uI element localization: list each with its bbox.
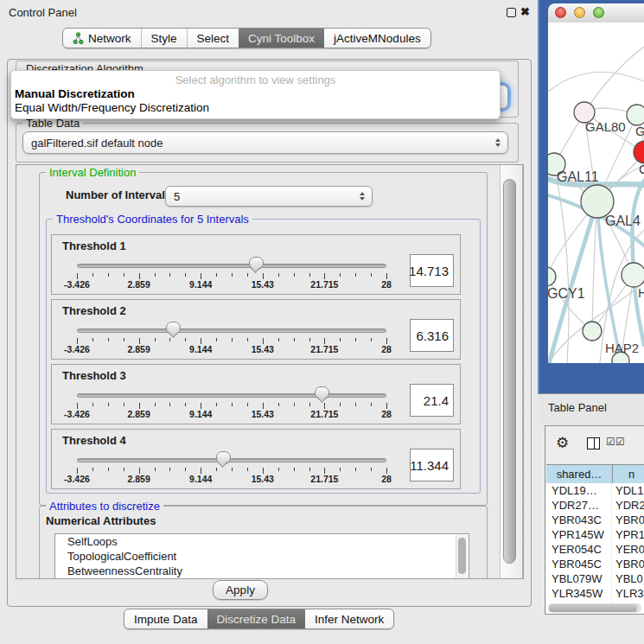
list-scrollbar-thumb[interactable] — [458, 538, 466, 574]
threshold-label: Threshold 1 — [62, 239, 126, 252]
threshold-value-field[interactable]: 21.4 — [410, 384, 454, 417]
float-window-icon[interactable] — [507, 8, 516, 17]
cell-name[interactable]: YBR0 — [612, 513, 644, 527]
table-row[interactable]: YDL19…YDL1 — [546, 483, 644, 498]
dropdown-item-equal-width-frequency[interactable]: Equal Width/Frequency Discretization — [11, 101, 500, 115]
node-label: H — [638, 285, 644, 300]
cell-shared-name[interactable]: YDR27… — [546, 498, 612, 513]
table-row[interactable]: YBR045CYBR0 — [546, 557, 644, 571]
tab-discretize-data[interactable]: Discretize Data — [207, 609, 306, 628]
threshold-value-field[interactable]: 6.316 — [410, 319, 454, 352]
table-row[interactable]: YPR145WYPR1 — [546, 527, 644, 542]
slider-track[interactable] — [77, 458, 386, 462]
network-node-h[interactable] — [622, 263, 644, 287]
tab-select[interactable]: Select — [187, 29, 239, 48]
table-panel: ⚙ ☑ ☑ shared… n YDL19…YDL1YDR27…YDR2YBR0… — [545, 425, 644, 615]
cell-shared-name[interactable]: YBR045C — [546, 557, 612, 571]
threshold-value-field[interactable]: 14.713 — [410, 254, 454, 287]
threshold-panel-2: Threshold 2-3.4262.8599.14415.4321.71528… — [51, 299, 461, 360]
cell-name[interactable]: YDR2 — [612, 498, 644, 513]
cell-name[interactable]: YDL1 — [612, 483, 644, 498]
cell-name[interactable]: YLR3 — [612, 586, 644, 601]
cell-shared-name[interactable]: YBR043C — [546, 513, 612, 527]
threshold-value-field[interactable]: 11.344 — [410, 449, 454, 481]
table-row[interactable]: YER054CYER0 — [546, 542, 644, 557]
tab-network[interactable]: Network — [63, 29, 141, 48]
column-header-shared[interactable]: shared… — [546, 465, 613, 483]
slider-tick-label: 28 — [360, 409, 412, 419]
network-canvas[interactable]: GAL80GCGAL11GAL4GCY1HHAP2 — [548, 22, 644, 363]
slider-tick-label: -3.426 — [51, 409, 103, 419]
network-node-c[interactable] — [634, 141, 644, 163]
cell-shared-name[interactable]: YBL079W — [546, 571, 612, 586]
select-all-icon[interactable]: ☑ — [615, 436, 625, 448]
table-data-combo[interactable]: galFiltered.sif default node — [22, 131, 508, 154]
slider-tick-label: 2.859 — [113, 279, 165, 290]
slider-tick — [386, 403, 387, 409]
node-label: G — [635, 124, 644, 138]
table-panel-title: Table Panel — [548, 401, 607, 414]
split-columns-icon[interactable] — [587, 437, 600, 450]
tab-cyni-toolbox[interactable]: Cyni Toolbox — [239, 29, 324, 48]
network-node-gcy1[interactable] — [548, 267, 556, 286]
tab-impute-data[interactable]: Impute Data — [124, 609, 207, 628]
number-of-intervals-combo[interactable]: 5 — [165, 186, 373, 207]
slider-track[interactable] — [77, 393, 386, 398]
apply-button[interactable]: Apply — [213, 580, 268, 600]
table-row[interactable]: YBR043CYBR0 — [546, 513, 644, 527]
network-node-g[interactable] — [627, 105, 644, 125]
slider-tick — [263, 403, 264, 409]
cell-shared-name[interactable]: YDL19… — [546, 483, 612, 498]
table-row[interactable]: YBL079WYBL0 — [546, 571, 644, 586]
slider-thumb[interactable] — [166, 322, 181, 335]
cell-name[interactable]: YPR1 — [612, 527, 644, 542]
numerical-attributes-label: Numerical Attributes — [46, 514, 156, 527]
close-icon[interactable]: ✖ — [520, 5, 530, 18]
cell-name[interactable]: YER0 — [612, 542, 644, 557]
attribute-item[interactable]: BetweennessCentrality — [55, 564, 469, 578]
table-row[interactable]: YDR27…YDR2 — [546, 498, 644, 513]
slider-tick — [92, 338, 93, 341]
attribute-item[interactable]: TopologicalCoefficient — [55, 549, 469, 564]
tab-jactivemnodules[interactable]: jActiveMNodules — [324, 29, 430, 48]
gear-icon[interactable]: ⚙ — [556, 434, 569, 452]
cell-shared-name[interactable]: YPR145W — [546, 527, 612, 542]
slider-tick-label: 28 — [360, 344, 412, 354]
slider-tick-label: 9.144 — [175, 474, 226, 484]
numerical-attributes-list[interactable]: SelfLoopsTopologicalCoefficientBetweenne… — [54, 533, 469, 579]
slider-thumb[interactable] — [216, 451, 231, 464]
table-hscrollbar-thumb[interactable] — [549, 604, 637, 612]
cell-name[interactable]: YBR0 — [612, 557, 644, 571]
tab-infer-network[interactable]: Infer Network — [305, 609, 393, 628]
cell-shared-name[interactable]: YER054C — [546, 542, 612, 557]
slider-tick — [309, 468, 310, 471]
slider-tick — [355, 403, 356, 406]
list-scrollbar[interactable] — [456, 535, 468, 579]
tab-style[interactable]: Style — [141, 29, 187, 48]
column-header-name[interactable]: n — [613, 465, 644, 483]
slider-tick — [139, 273, 140, 279]
slider-track[interactable] — [77, 264, 386, 268]
slider-thumb[interactable] — [315, 386, 329, 399]
cell-shared-name[interactable]: YLR345W — [546, 586, 612, 601]
minimize-traffic-light-icon[interactable] — [574, 7, 585, 18]
attribute-item[interactable]: SelfLoops — [55, 534, 469, 549]
settings-scrollbar-thumb[interactable] — [503, 179, 516, 564]
dropdown-placeholder-item[interactable]: Select algorithm to view settings — [11, 73, 500, 87]
network-node-hap2[interactable] — [583, 322, 602, 341]
settings-scrollbar[interactable] — [500, 165, 523, 578]
cell-name[interactable]: YBL0 — [612, 571, 644, 586]
slider-tick — [232, 273, 233, 277]
slider-tick — [155, 273, 156, 277]
slider-tick — [371, 273, 372, 277]
dropdown-item-manual-discretization[interactable]: Manual Discretization — [11, 87, 500, 101]
close-traffic-light-icon[interactable] — [555, 7, 566, 18]
table-hscrollbar[interactable] — [548, 603, 641, 613]
table-row[interactable]: YLR345WYLR3 — [546, 586, 644, 601]
network-window-titlebar[interactable] — [548, 3, 644, 23]
select-columns-icon[interactable]: ☑ — [606, 436, 615, 448]
zoom-traffic-light-icon[interactable] — [593, 7, 604, 18]
slider-thumb[interactable] — [249, 257, 264, 270]
slider-tick — [216, 273, 217, 277]
slider-track[interactable] — [77, 328, 386, 333]
